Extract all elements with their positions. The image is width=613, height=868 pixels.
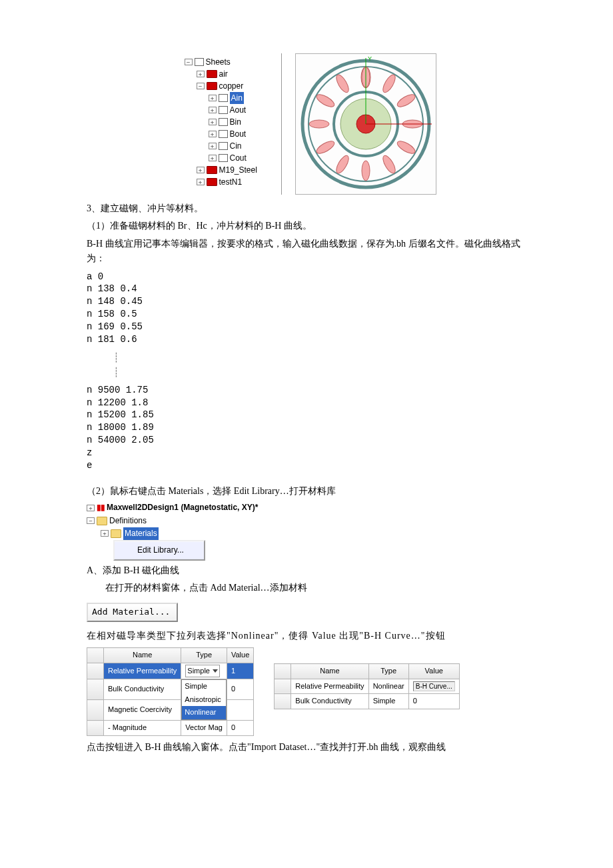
property-table-left: Name Type Value Relative Permeability Si… [87, 647, 254, 736]
row-header [87, 648, 104, 663]
opt-simple[interactable]: Simple [182, 680, 226, 693]
expand-icon[interactable]: + [87, 505, 95, 511]
tree-item-bin[interactable]: Bin [230, 116, 241, 128]
expand-icon[interactable]: + [209, 95, 217, 101]
expand-icon[interactable]: + [197, 71, 205, 77]
cell-value[interactable]: 1 [227, 663, 253, 679]
para-import: 点击按钮进入 B-H 曲线输入窗体。点击"Import Dataset…"查找并… [87, 740, 526, 755]
ellipsis-icon: ┊┊ [113, 350, 526, 380]
bh-curve-button[interactable]: B-H Curve... [408, 679, 459, 694]
svg-point-13 [314, 92, 336, 109]
cell-value[interactable] [227, 700, 253, 721]
context-menu-edit-library[interactable]: Edit Library... [113, 540, 205, 561]
expand-icon[interactable]: + [209, 131, 217, 137]
sheet-icon [219, 130, 228, 138]
material-icon [207, 82, 217, 90]
para-3-1: （1）准备磁钢材料的 Br、Hc，冲片材料的 B-H 曲线。 [87, 219, 526, 233]
property-table-right: Name Type Value Relative Permeability No… [274, 663, 459, 709]
cell-value[interactable]: 0 [227, 679, 253, 700]
tree-item-copper[interactable]: copper [219, 80, 244, 92]
bh-data-bottom: n 9500 1.75 n 12200 1.8 n 15200 1.85 n 1… [87, 384, 526, 472]
svg-point-9 [362, 161, 370, 181]
property-tables: Name Type Value Relative Permeability Si… [87, 647, 526, 736]
expand-icon[interactable]: + [209, 155, 217, 161]
col-value: Value [408, 664, 459, 679]
svg-point-12 [309, 120, 329, 128]
para-A2: 在打开的材料窗体，点击 Add Material…添加材料 [87, 581, 526, 595]
cell-type[interactable]: Vector Mag [181, 721, 227, 736]
row-header [275, 664, 291, 679]
tree-item-testn1[interactable]: testN1 [219, 176, 243, 188]
dropdown-list[interactable]: Simple Anisotropic Nonlinear [181, 679, 227, 721]
col-type: Type [368, 664, 408, 679]
expand-icon[interactable]: + [101, 530, 109, 537]
cell-relperm[interactable]: Relative Permeability [291, 679, 368, 694]
para-A: A、添加 B-H 磁化曲线 [87, 563, 526, 578]
col-value: Value [227, 648, 253, 663]
svg-point-14 [334, 73, 350, 94]
expand-icon[interactable]: + [209, 119, 217, 125]
cell-bulk[interactable]: Bulk Conductivity [291, 694, 368, 709]
sheet-icon [219, 118, 228, 126]
expand-icon[interactable]: + [197, 179, 205, 185]
tree-root: Sheets [206, 56, 231, 68]
para-3: 3、建立磁钢、冲片等材料。 [87, 201, 526, 216]
sheet-icon [219, 106, 228, 114]
cell-type[interactable]: Simple [368, 694, 408, 709]
svg-text:Y: Y [368, 55, 372, 62]
folder-icon [97, 517, 107, 525]
tree-item-aout[interactable]: Aout [230, 104, 247, 116]
svg-point-11 [314, 139, 336, 155]
collapse-icon[interactable]: − [185, 59, 193, 65]
material-icon [207, 178, 217, 186]
tree-item-ain[interactable]: Ain [230, 92, 244, 104]
tree-item-cin[interactable]: Cin [230, 140, 242, 152]
para-nonlinear: 在相对磁导率类型下拉列表选择"Nonlinear"，使得 Value 出现"B-… [87, 629, 526, 643]
sheet-icon [219, 142, 228, 150]
expand-icon[interactable]: + [209, 107, 217, 113]
svg-point-4 [380, 73, 397, 94]
tree-item-m19[interactable]: M19_Steel [219, 164, 257, 176]
chevron-down-icon [213, 669, 218, 673]
sheets-icon [195, 58, 204, 66]
collapse-icon[interactable]: − [87, 517, 95, 524]
cell-type[interactable]: Simple [181, 663, 227, 679]
type-dropdown[interactable]: Simple [185, 665, 220, 678]
cell-bulk[interactable]: Bulk Conductivity [104, 679, 181, 700]
material-icon [207, 166, 217, 174]
add-material-button[interactable]: Add Material... [87, 603, 178, 622]
motor-diagram: Y [295, 53, 436, 195]
cell-coerc[interactable]: Magnetic Coercivity [104, 700, 181, 721]
para-bh-intro: B-H 曲线宜用记事本等编辑器，按要求的格式，输入磁化曲线数据，保存为.bh 后… [87, 237, 526, 267]
materials-node[interactable]: Materials [123, 527, 159, 540]
expand-icon[interactable]: + [197, 167, 205, 173]
sheets-tree: −Sheets +air −copper +Ain +Aout +Bin +Bo… [177, 53, 282, 195]
cell-type[interactable]: Nonlinear [368, 679, 408, 694]
design-icon: ▮▮ [97, 501, 105, 514]
cell-relperm[interactable]: Relative Permeability [104, 663, 181, 679]
opt-aniso[interactable]: Anisotropic [182, 693, 226, 707]
opt-nonlinear[interactable]: Nonlinear [182, 706, 226, 719]
col-name: Name [291, 664, 368, 679]
cell-value[interactable]: 0 [227, 721, 253, 736]
tree-item-air[interactable]: air [219, 68, 228, 80]
sheet-icon [219, 154, 228, 162]
collapse-icon[interactable]: − [197, 83, 205, 89]
cell-value[interactable]: 0 [408, 694, 459, 709]
project-tree: +▮▮Maxwell2DDesign1 (Magnetostatic, XY)*… [87, 501, 526, 561]
cell-mag[interactable]: - Magnitude [104, 721, 181, 736]
col-type: Type [181, 648, 227, 663]
sheet-icon [219, 94, 228, 102]
tree-item-cout[interactable]: Cout [230, 152, 247, 164]
design-node[interactable]: Maxwell2DDesign1 (Magnetostatic, XY)* [107, 501, 258, 514]
svg-point-10 [334, 154, 350, 175]
svg-point-7 [395, 139, 416, 155]
definitions-node[interactable]: Definitions [109, 515, 147, 527]
expand-icon[interactable]: + [209, 143, 217, 149]
svg-point-8 [380, 154, 397, 175]
para-3-2: （2）鼠标右键点击 Materials，选择 Edit Library…打开材料… [87, 484, 526, 499]
tree-item-bout[interactable]: Bout [230, 128, 247, 140]
col-name: Name [104, 648, 181, 663]
top-figures: −Sheets +air −copper +Ain +Aout +Bin +Bo… [87, 53, 526, 195]
folder-icon [111, 529, 121, 538]
